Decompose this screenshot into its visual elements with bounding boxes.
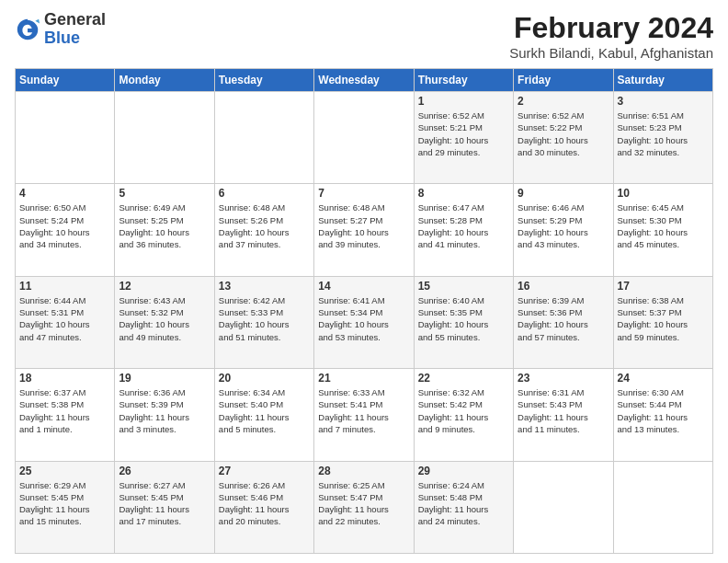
calendar-cell xyxy=(115,92,214,184)
weekday-header-tuesday: Tuesday xyxy=(214,69,313,92)
day-number: 17 xyxy=(618,280,709,293)
subtitle: Surkh Bilandi, Kabul, Afghanistan xyxy=(509,45,713,61)
day-number: 2 xyxy=(518,95,609,108)
day-info: Sunrise: 6:49 AMSunset: 5:25 PMDaylight:… xyxy=(119,201,210,250)
day-info: Sunrise: 6:47 AMSunset: 5:28 PMDaylight:… xyxy=(418,201,509,250)
day-number: 4 xyxy=(19,187,110,200)
calendar-week-5: 25Sunrise: 6:29 AMSunset: 5:45 PMDayligh… xyxy=(16,461,713,553)
day-info: Sunrise: 6:41 AMSunset: 5:34 PMDaylight:… xyxy=(318,294,409,343)
calendar-cell: 5Sunrise: 6:49 AMSunset: 5:25 PMDaylight… xyxy=(115,184,214,276)
day-info: Sunrise: 6:33 AMSunset: 5:41 PMDaylight:… xyxy=(318,386,409,435)
calendar-week-4: 18Sunrise: 6:37 AMSunset: 5:38 PMDayligh… xyxy=(16,369,713,461)
day-number: 28 xyxy=(318,465,409,477)
day-number: 25 xyxy=(19,465,110,477)
logo-blue-text: Blue xyxy=(44,29,106,48)
calendar-cell xyxy=(514,461,613,553)
weekday-row: SundayMondayTuesdayWednesdayThursdayFrid… xyxy=(16,69,713,92)
calendar-week-3: 11Sunrise: 6:44 AMSunset: 5:31 PMDayligh… xyxy=(16,276,713,368)
logo: General Blue xyxy=(15,11,106,48)
weekday-header-friday: Friday xyxy=(514,69,613,92)
calendar-table: SundayMondayTuesdayWednesdayThursdayFrid… xyxy=(15,68,713,554)
day-number: 13 xyxy=(219,280,310,293)
logo-icon xyxy=(15,17,40,42)
calendar-cell: 14Sunrise: 6:41 AMSunset: 5:34 PMDayligh… xyxy=(314,276,414,368)
day-info: Sunrise: 6:24 AMSunset: 5:48 PMDaylight:… xyxy=(418,479,509,528)
day-info: Sunrise: 6:31 AMSunset: 5:43 PMDaylight:… xyxy=(518,386,609,435)
day-info: Sunrise: 6:52 AMSunset: 5:22 PMDaylight:… xyxy=(518,109,609,158)
day-info: Sunrise: 6:36 AMSunset: 5:39 PMDaylight:… xyxy=(119,386,210,435)
day-number: 26 xyxy=(119,465,210,477)
day-info: Sunrise: 6:42 AMSunset: 5:33 PMDaylight:… xyxy=(219,294,310,343)
day-number: 29 xyxy=(418,465,509,477)
day-number: 5 xyxy=(119,187,210,200)
day-number: 23 xyxy=(518,372,609,385)
day-number: 12 xyxy=(119,280,210,293)
day-info: Sunrise: 6:52 AMSunset: 5:21 PMDaylight:… xyxy=(418,109,509,158)
calendar-cell: 2Sunrise: 6:52 AMSunset: 5:22 PMDaylight… xyxy=(514,92,613,184)
day-info: Sunrise: 6:26 AMSunset: 5:46 PMDaylight:… xyxy=(219,479,310,528)
day-number: 1 xyxy=(418,95,509,108)
calendar-cell: 17Sunrise: 6:38 AMSunset: 5:37 PMDayligh… xyxy=(613,276,712,368)
calendar-cell: 21Sunrise: 6:33 AMSunset: 5:41 PMDayligh… xyxy=(314,369,414,461)
day-number: 7 xyxy=(318,187,409,200)
calendar-cell: 22Sunrise: 6:32 AMSunset: 5:42 PMDayligh… xyxy=(414,369,513,461)
day-info: Sunrise: 6:45 AMSunset: 5:30 PMDaylight:… xyxy=(618,201,709,250)
day-info: Sunrise: 6:51 AMSunset: 5:23 PMDaylight:… xyxy=(618,109,709,158)
calendar-cell xyxy=(214,92,313,184)
day-number: 27 xyxy=(219,465,310,477)
calendar-cell: 18Sunrise: 6:37 AMSunset: 5:38 PMDayligh… xyxy=(16,369,115,461)
day-number: 10 xyxy=(618,187,709,200)
day-info: Sunrise: 6:27 AMSunset: 5:45 PMDaylight:… xyxy=(119,479,210,528)
weekday-header-saturday: Saturday xyxy=(613,69,712,92)
day-number: 24 xyxy=(618,372,709,385)
day-number: 14 xyxy=(318,280,409,293)
calendar-cell xyxy=(16,92,115,184)
calendar-cell: 23Sunrise: 6:31 AMSunset: 5:43 PMDayligh… xyxy=(514,369,613,461)
day-number: 21 xyxy=(318,372,409,385)
day-info: Sunrise: 6:43 AMSunset: 5:32 PMDaylight:… xyxy=(119,294,210,343)
calendar-cell: 20Sunrise: 6:34 AMSunset: 5:40 PMDayligh… xyxy=(214,369,313,461)
calendar-cell: 3Sunrise: 6:51 AMSunset: 5:23 PMDaylight… xyxy=(613,92,712,184)
calendar-cell: 8Sunrise: 6:47 AMSunset: 5:28 PMDaylight… xyxy=(414,184,513,276)
logo-text: General Blue xyxy=(44,11,106,48)
day-info: Sunrise: 6:37 AMSunset: 5:38 PMDaylight:… xyxy=(19,386,110,435)
day-info: Sunrise: 6:48 AMSunset: 5:27 PMDaylight:… xyxy=(318,201,409,250)
calendar-cell: 7Sunrise: 6:48 AMSunset: 5:27 PMDaylight… xyxy=(314,184,414,276)
header: General Blue February 2024 Surkh Bilandi… xyxy=(15,11,713,61)
day-info: Sunrise: 6:46 AMSunset: 5:29 PMDaylight:… xyxy=(518,201,609,250)
weekday-header-monday: Monday xyxy=(115,69,214,92)
calendar-week-2: 4Sunrise: 6:50 AMSunset: 5:24 PMDaylight… xyxy=(16,184,713,276)
calendar-cell: 27Sunrise: 6:26 AMSunset: 5:46 PMDayligh… xyxy=(214,461,313,553)
calendar-cell: 29Sunrise: 6:24 AMSunset: 5:48 PMDayligh… xyxy=(414,461,513,553)
day-info: Sunrise: 6:34 AMSunset: 5:40 PMDaylight:… xyxy=(219,386,310,435)
day-number: 11 xyxy=(19,280,110,293)
weekday-header-thursday: Thursday xyxy=(414,69,513,92)
day-info: Sunrise: 6:30 AMSunset: 5:44 PMDaylight:… xyxy=(618,386,709,435)
day-info: Sunrise: 6:38 AMSunset: 5:37 PMDaylight:… xyxy=(618,294,709,343)
day-info: Sunrise: 6:39 AMSunset: 5:36 PMDaylight:… xyxy=(518,294,609,343)
day-number: 20 xyxy=(219,372,310,385)
day-info: Sunrise: 6:32 AMSunset: 5:42 PMDaylight:… xyxy=(418,386,509,435)
calendar-cell: 9Sunrise: 6:46 AMSunset: 5:29 PMDaylight… xyxy=(514,184,613,276)
day-number: 18 xyxy=(19,372,110,385)
day-number: 15 xyxy=(418,280,509,293)
day-info: Sunrise: 6:29 AMSunset: 5:45 PMDaylight:… xyxy=(19,479,110,528)
calendar-cell xyxy=(613,461,712,553)
calendar-body: 1Sunrise: 6:52 AMSunset: 5:21 PMDaylight… xyxy=(16,92,713,554)
calendar-week-1: 1Sunrise: 6:52 AMSunset: 5:21 PMDaylight… xyxy=(16,92,713,184)
calendar-cell: 25Sunrise: 6:29 AMSunset: 5:45 PMDayligh… xyxy=(16,461,115,553)
title-block: February 2024 Surkh Bilandi, Kabul, Afgh… xyxy=(509,11,713,61)
calendar-cell: 28Sunrise: 6:25 AMSunset: 5:47 PMDayligh… xyxy=(314,461,414,553)
calendar-header: SundayMondayTuesdayWednesdayThursdayFrid… xyxy=(16,69,713,92)
day-number: 16 xyxy=(518,280,609,293)
calendar-cell: 16Sunrise: 6:39 AMSunset: 5:36 PMDayligh… xyxy=(514,276,613,368)
calendar-cell: 10Sunrise: 6:45 AMSunset: 5:30 PMDayligh… xyxy=(613,184,712,276)
day-info: Sunrise: 6:40 AMSunset: 5:35 PMDaylight:… xyxy=(418,294,509,343)
day-info: Sunrise: 6:48 AMSunset: 5:26 PMDaylight:… xyxy=(219,201,310,250)
day-info: Sunrise: 6:50 AMSunset: 5:24 PMDaylight:… xyxy=(19,201,110,250)
day-number: 9 xyxy=(518,187,609,200)
day-number: 22 xyxy=(418,372,509,385)
day-number: 8 xyxy=(418,187,509,200)
calendar-cell: 26Sunrise: 6:27 AMSunset: 5:45 PMDayligh… xyxy=(115,461,214,553)
calendar-cell: 4Sunrise: 6:50 AMSunset: 5:24 PMDaylight… xyxy=(16,184,115,276)
